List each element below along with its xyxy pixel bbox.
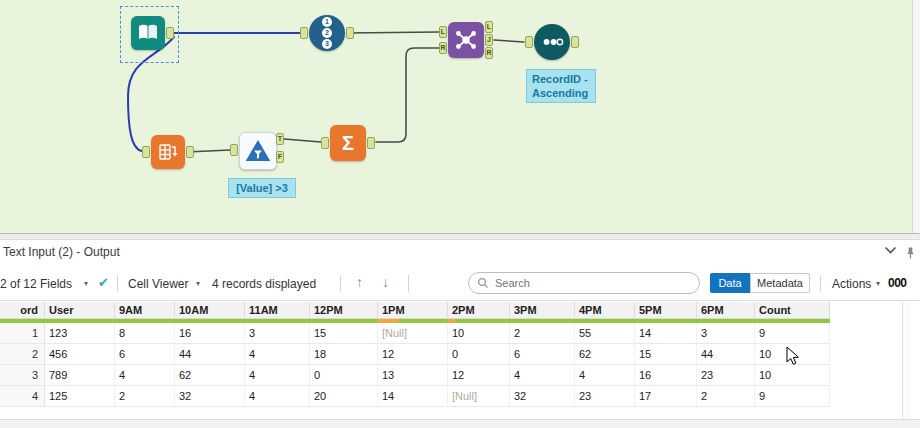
table-cell[interactable]: 2 xyxy=(115,386,175,407)
sort-tool[interactable] xyxy=(534,24,570,60)
table-cell[interactable]: 4 xyxy=(575,365,635,386)
actions-dropdown[interactable]: Actions xyxy=(832,277,871,291)
record-id-output-anchor[interactable] xyxy=(346,27,354,39)
sort-annotation[interactable]: RecordID - Ascending xyxy=(526,69,596,103)
table-cell[interactable]: 18 xyxy=(310,344,378,365)
record-id-input-anchor[interactable] xyxy=(300,27,308,39)
table-cell[interactable]: 23 xyxy=(697,365,755,386)
filter-output-false-anchor[interactable]: F xyxy=(276,151,284,163)
record-id-tool[interactable]: 1 2 3 xyxy=(309,15,345,51)
arrow-down-icon[interactable]: ↓ xyxy=(382,274,389,290)
table-cell[interactable]: 62 xyxy=(575,344,635,365)
table-cell[interactable]: 125 xyxy=(45,386,115,407)
table-cell[interactable]: 44 xyxy=(697,344,755,365)
table-cell[interactable]: 15 xyxy=(310,323,378,344)
join-output-join-anchor[interactable]: J xyxy=(485,34,493,46)
column-header[interactable]: 9AM xyxy=(115,302,175,319)
column-header[interactable]: 11AM xyxy=(245,302,310,319)
table-cell[interactable]: 0 xyxy=(448,344,510,365)
table-cell[interactable]: 789 xyxy=(45,365,115,386)
tab-data[interactable]: Data xyxy=(710,273,750,293)
row-number[interactable]: 2 xyxy=(0,344,45,365)
column-header[interactable]: 12PM xyxy=(310,302,378,319)
transpose-output-anchor[interactable] xyxy=(186,146,194,158)
table-cell[interactable]: 0 xyxy=(310,365,378,386)
table-cell[interactable]: 456 xyxy=(45,344,115,365)
table-cell[interactable]: 4 xyxy=(245,386,310,407)
table-cell[interactable]: 12 xyxy=(378,344,448,365)
table-cell[interactable]: 9 xyxy=(755,323,830,344)
row-number[interactable]: 4 xyxy=(0,386,45,407)
arrow-up-icon[interactable]: ↑ xyxy=(356,274,363,290)
table-cell[interactable]: 9 xyxy=(755,386,830,407)
table-cell[interactable]: 13 xyxy=(378,365,448,386)
workflow-canvas[interactable]: 1 2 3 L R L J R xyxy=(0,0,920,233)
summarize-tool[interactable]: Σ xyxy=(330,125,366,161)
table-cell[interactable]: 16 xyxy=(635,365,697,386)
table-cell[interactable]: 12 xyxy=(448,365,510,386)
column-header[interactable]: 2PM xyxy=(448,302,510,319)
table-cell[interactable]: 3 xyxy=(697,323,755,344)
table-cell[interactable]: [Null] xyxy=(378,323,448,344)
table-scrollbar[interactable] xyxy=(902,302,911,419)
filter-annotation[interactable]: [Value] >3 xyxy=(228,178,296,198)
table-cell[interactable]: 3 xyxy=(245,323,310,344)
summarize-input-anchor[interactable] xyxy=(321,137,329,149)
table-cell[interactable]: 8 xyxy=(115,323,175,344)
column-header[interactable]: 3PM xyxy=(510,302,575,319)
row-number[interactable]: 3 xyxy=(0,365,45,386)
table-cell[interactable]: 6 xyxy=(115,344,175,365)
column-header[interactable]: Count xyxy=(755,302,830,319)
join-output-left-anchor[interactable]: L xyxy=(485,21,493,33)
search-input[interactable] xyxy=(468,272,700,294)
table-cell[interactable]: 32 xyxy=(510,386,575,407)
connection-summarize-join[interactable] xyxy=(376,48,439,142)
table-cell[interactable]: 14 xyxy=(635,323,697,344)
transpose-tool[interactable] xyxy=(151,135,185,169)
chevron-down-icon[interactable] xyxy=(884,246,897,255)
tab-metadata[interactable]: Metadata xyxy=(750,273,810,293)
table-cell[interactable]: 4 xyxy=(245,365,310,386)
table-cell[interactable]: 16 xyxy=(175,323,245,344)
cell-viewer-caret-icon[interactable]: ▾ xyxy=(196,279,200,288)
join-input-right-anchor[interactable]: R xyxy=(439,42,447,54)
connection-recordid-join[interactable] xyxy=(347,32,439,33)
table-cell[interactable]: 44 xyxy=(175,344,245,365)
canvas-scrollbar[interactable] xyxy=(912,0,920,233)
pin-icon[interactable] xyxy=(905,246,916,260)
table-cell[interactable]: 4 xyxy=(115,365,175,386)
table-cell[interactable]: 17 xyxy=(635,386,697,407)
table-cell[interactable]: 4 xyxy=(245,344,310,365)
filter-tool[interactable] xyxy=(239,132,277,170)
table-cell[interactable]: 15 xyxy=(635,344,697,365)
filter-input-anchor[interactable] xyxy=(230,144,238,156)
connection-join-sort[interactable] xyxy=(494,40,524,42)
join-output-right-anchor[interactable]: R xyxy=(485,47,493,59)
table-cell[interactable]: 10 xyxy=(755,365,830,386)
transpose-input-anchor[interactable] xyxy=(142,146,150,158)
fields-summary-dropdown[interactable]: 2 of 12 Fields xyxy=(0,277,72,291)
table-cell[interactable]: 23 xyxy=(575,386,635,407)
table-cell[interactable]: 2 xyxy=(697,386,755,407)
table-cell[interactable]: 32 xyxy=(175,386,245,407)
fields-caret-icon[interactable]: ▾ xyxy=(84,279,88,288)
join-tool[interactable] xyxy=(448,22,484,58)
text-input-tool[interactable] xyxy=(131,16,165,50)
column-header[interactable]: ord xyxy=(0,302,45,319)
table-cell[interactable]: [Null] xyxy=(448,386,510,407)
join-input-left-anchor[interactable]: L xyxy=(439,26,447,38)
table-cell[interactable]: 2 xyxy=(510,323,575,344)
table-cell[interactable]: 20 xyxy=(310,386,378,407)
sort-input-anchor[interactable] xyxy=(525,36,533,48)
table-cell[interactable]: 6 xyxy=(510,344,575,365)
connection-filter-summarize[interactable] xyxy=(284,139,321,142)
filter-output-true-anchor[interactable]: T xyxy=(276,133,284,145)
column-header[interactable]: 6PM xyxy=(697,302,755,319)
panel-splitter[interactable] xyxy=(0,233,920,240)
table-cell[interactable]: 55 xyxy=(575,323,635,344)
table-cell[interactable]: 62 xyxy=(175,365,245,386)
column-header[interactable]: 1PM xyxy=(378,302,448,319)
column-header[interactable]: 4PM xyxy=(575,302,635,319)
column-header[interactable]: 10AM xyxy=(175,302,245,319)
row-number[interactable]: 1 xyxy=(0,323,45,344)
